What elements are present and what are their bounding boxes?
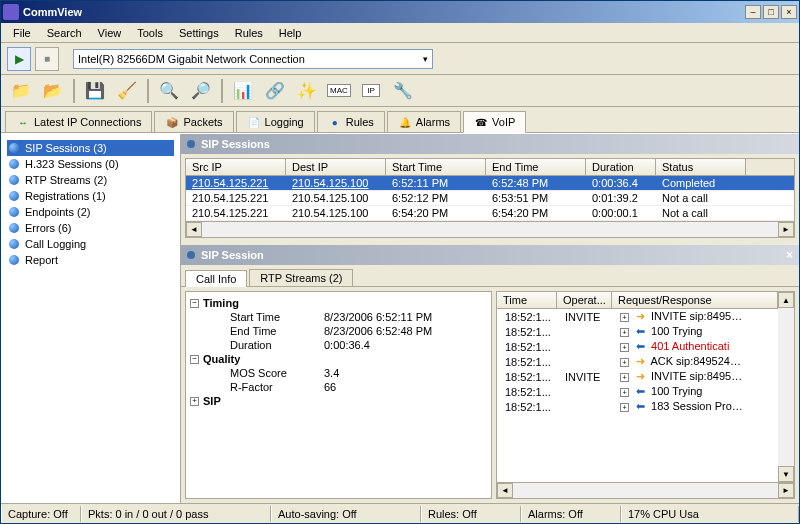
- scroll-right-icon[interactable]: ►: [778, 483, 794, 498]
- sidebar-item-sip-sessions[interactable]: SIP Sessions (3): [7, 140, 174, 156]
- table-cell: 210.54.125.100: [286, 191, 386, 205]
- tab-latest-ip[interactable]: ↔ Latest IP Connections: [5, 111, 152, 132]
- column-header[interactable]: End Time: [486, 159, 586, 175]
- scroll-left-icon[interactable]: ◄: [186, 222, 202, 237]
- col-request-response[interactable]: Request/Response: [612, 292, 778, 308]
- sidebar-item-report[interactable]: Report: [7, 252, 174, 268]
- expand-icon[interactable]: +: [620, 328, 629, 337]
- ip-button[interactable]: IP: [357, 77, 385, 105]
- folder-icon[interactable]: 📁: [7, 77, 35, 105]
- find-icon[interactable]: 🔍: [155, 77, 183, 105]
- table-row[interactable]: 18:52:1...INVITE+➜ INVITE sip:8495…: [497, 369, 778, 384]
- sidebar-item-registrations[interactable]: Registrations (1): [7, 188, 174, 204]
- menu-tools[interactable]: Tools: [129, 25, 171, 41]
- expand-icon[interactable]: +: [620, 403, 629, 412]
- column-header[interactable]: Start Time: [386, 159, 486, 175]
- sub-tab-call-info[interactable]: Call Info: [185, 270, 247, 287]
- maximize-button[interactable]: □: [763, 5, 779, 19]
- column-header[interactable]: Duration: [586, 159, 656, 175]
- scroll-down-icon[interactable]: ▼: [778, 466, 794, 482]
- tab-voip[interactable]: ☎ VoIP: [463, 111, 526, 133]
- tab-logging[interactable]: 📄 Logging: [236, 111, 315, 132]
- stop-capture-button[interactable]: ■: [35, 47, 59, 71]
- menu-file[interactable]: File: [5, 25, 39, 41]
- tab-rules[interactable]: ● Rules: [317, 111, 385, 132]
- table-row[interactable]: 210.54.125.221210.54.125.1006:52:11 PM6:…: [186, 176, 794, 191]
- zoom-icon[interactable]: 🔎: [187, 77, 215, 105]
- arrow-right-icon: ➜: [632, 370, 648, 383]
- table-row[interactable]: 18:52:1...INVITE+➜ INVITE sip:8495…: [497, 309, 778, 324]
- connections-icon[interactable]: ✨: [293, 77, 321, 105]
- start-capture-button[interactable]: ▶: [7, 47, 31, 71]
- menu-settings[interactable]: Settings: [171, 25, 227, 41]
- table-cell: Completed: [656, 176, 746, 190]
- sidebar-item-h323[interactable]: H.323 Sessions (0): [7, 156, 174, 172]
- cell-time: 18:52:1...: [499, 400, 559, 414]
- tab-label: Rules: [346, 116, 374, 128]
- menu-help[interactable]: Help: [271, 25, 310, 41]
- column-header[interactable]: Status: [656, 159, 746, 175]
- tree-node-sip[interactable]: + SIP: [190, 394, 487, 408]
- table-row[interactable]: 18:52:1...+⬅ 100 Trying: [497, 324, 778, 339]
- menu-rules[interactable]: Rules: [227, 25, 271, 41]
- sidebar-item-errors[interactable]: Errors (6): [7, 220, 174, 236]
- scroll-right-icon[interactable]: ►: [778, 222, 794, 237]
- column-header[interactable]: Src IP: [186, 159, 286, 175]
- session-panel-title: SIP Session: [201, 249, 264, 261]
- settings-icon[interactable]: 🔧: [389, 77, 417, 105]
- table-row[interactable]: 210.54.125.221210.54.125.1006:52:12 PM6:…: [186, 191, 794, 206]
- scroll-track[interactable]: [778, 308, 794, 466]
- tab-packets[interactable]: 📦 Packets: [154, 111, 233, 132]
- tree-node-quality[interactable]: − Quality: [190, 352, 487, 366]
- tree-label: Quality: [203, 353, 240, 365]
- open-icon[interactable]: 📂: [39, 77, 67, 105]
- expand-icon[interactable]: +: [620, 358, 629, 367]
- packets-tab-icon: 📦: [165, 115, 179, 129]
- sessions-hscroll[interactable]: ◄ ►: [186, 221, 794, 237]
- collapse-icon[interactable]: −: [190, 299, 199, 308]
- menu-search[interactable]: Search: [39, 25, 90, 41]
- close-button[interactable]: ×: [781, 5, 797, 19]
- scroll-track[interactable]: [513, 483, 778, 498]
- cell-operation: [559, 391, 614, 393]
- table-row[interactable]: 18:52:1...+⬅ 100 Trying: [497, 384, 778, 399]
- minimize-button[interactable]: –: [745, 5, 761, 19]
- voip-tab-icon: ☎: [474, 115, 488, 129]
- panel-close-icon[interactable]: ×: [786, 248, 793, 262]
- scroll-track[interactable]: [202, 222, 778, 237]
- expand-icon[interactable]: +: [620, 388, 629, 397]
- rr-text: 100 Trying: [648, 385, 702, 397]
- save-icon[interactable]: 💾: [81, 77, 109, 105]
- rr-hscroll[interactable]: ◄ ►: [497, 482, 794, 498]
- tree-node-timing[interactable]: − Timing: [190, 296, 487, 310]
- expand-icon[interactable]: +: [190, 397, 199, 406]
- rr-vscroll[interactable]: ▲ ▼: [778, 292, 794, 482]
- status-pkts: Pkts: 0 in / 0 out / 0 pass: [81, 506, 271, 522]
- sidebar-item-call-logging[interactable]: Call Logging: [7, 236, 174, 252]
- scroll-left-icon[interactable]: ◄: [497, 483, 513, 498]
- sub-tab-rtp[interactable]: RTP Streams (2): [249, 269, 353, 286]
- expand-icon[interactable]: +: [620, 373, 629, 382]
- menu-view[interactable]: View: [90, 25, 130, 41]
- mac-button[interactable]: MAC: [325, 77, 353, 105]
- table-row[interactable]: 18:52:1...+⬅ 401 Authenticati: [497, 339, 778, 354]
- scroll-up-icon[interactable]: ▲: [778, 292, 794, 308]
- stats-icon[interactable]: 📊: [229, 77, 257, 105]
- tab-alarms[interactable]: 🔔 Alarms: [387, 111, 461, 132]
- table-row[interactable]: 18:52:1...+➜ ACK sip:849524…: [497, 354, 778, 369]
- col-time[interactable]: Time: [497, 292, 557, 308]
- app-window: CommView – □ × File Search View Tools Se…: [0, 0, 800, 524]
- expand-icon[interactable]: +: [620, 343, 629, 352]
- sidebar-label: Call Logging: [25, 238, 86, 250]
- clear-icon[interactable]: 🧹: [113, 77, 141, 105]
- expand-icon[interactable]: +: [620, 313, 629, 322]
- adapter-select[interactable]: Intel(R) 82566DM Gigabit Network Connect…: [73, 49, 433, 69]
- nodes-icon[interactable]: 🔗: [261, 77, 289, 105]
- sidebar-item-rtp[interactable]: RTP Streams (2): [7, 172, 174, 188]
- table-row[interactable]: 210.54.125.221210.54.125.1006:54:20 PM6:…: [186, 206, 794, 221]
- column-header[interactable]: Dest IP: [286, 159, 386, 175]
- table-row[interactable]: 18:52:1...+⬅ 183 Session Pro…: [497, 399, 778, 414]
- collapse-icon[interactable]: −: [190, 355, 199, 364]
- col-operation[interactable]: Operat...: [557, 292, 612, 308]
- sidebar-item-endpoints[interactable]: Endpoints (2): [7, 204, 174, 220]
